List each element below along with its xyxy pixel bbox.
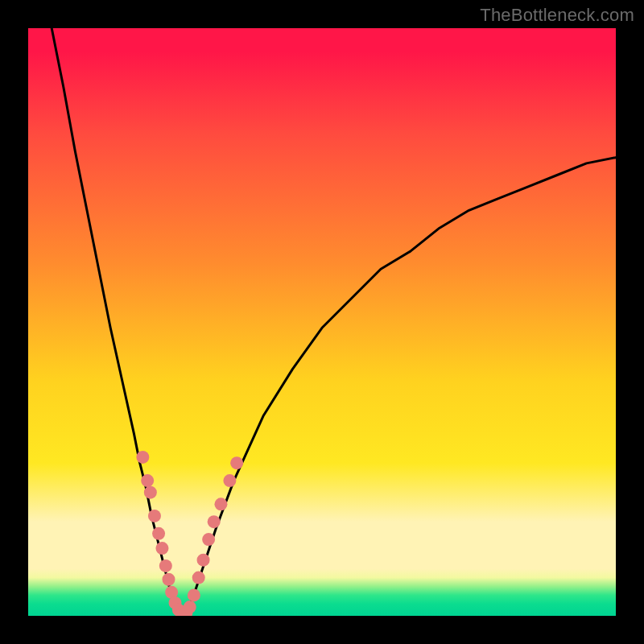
curve-left-branch [52, 28, 181, 616]
sample-dot [152, 527, 165, 540]
sample-dot [208, 515, 221, 528]
sample-dot [197, 554, 210, 567]
sample-dot [230, 456, 243, 469]
sample-dot [223, 474, 236, 487]
sample-dot [141, 474, 154, 487]
sample-dot [188, 588, 200, 601]
sample-dot [148, 510, 161, 522]
sample-dot [192, 572, 205, 584]
sample-dot [162, 573, 175, 586]
sample-dot [159, 559, 172, 572]
sample-dot [136, 451, 149, 464]
curve-group [52, 28, 616, 616]
dots-group [136, 451, 243, 616]
sample-dot [202, 533, 215, 546]
curve-svg [28, 28, 616, 616]
curve-right-branch [181, 158, 616, 616]
sample-dot [144, 486, 157, 499]
sample-dot [184, 601, 196, 613]
plot-area [28, 28, 616, 616]
chart-frame: TheBottleneck.com [0, 0, 644, 644]
watermark-text: TheBottleneck.com [480, 5, 634, 26]
sample-dot [155, 542, 168, 555]
sample-dot [214, 497, 227, 510]
